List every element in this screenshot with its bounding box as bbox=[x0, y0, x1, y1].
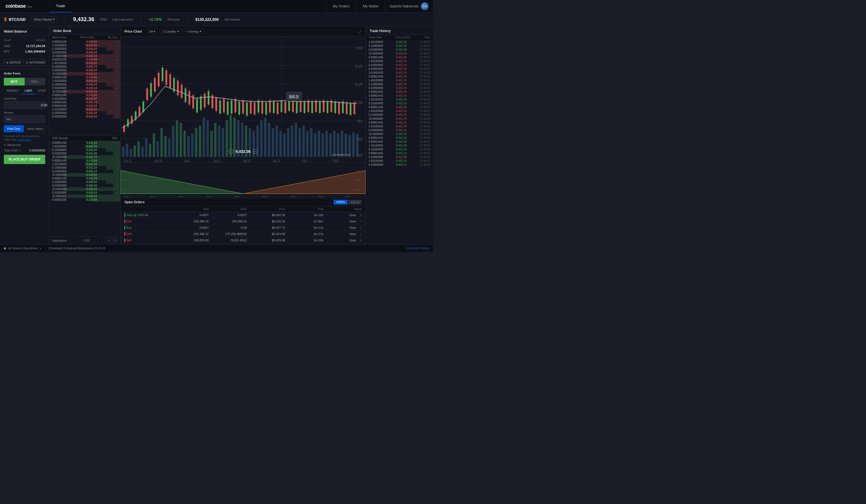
timeframe-button[interactable]: 1M ▾ bbox=[146, 29, 158, 34]
chart-panel: Price Chart 1M ▾ ⌻ Candles ▾ ≈ Overlay ▾… bbox=[121, 26, 366, 244]
main-layout: Wallet Balance Asset Amount USD 13,737,2… bbox=[0, 26, 433, 244]
th-price: 9,432.14 bbox=[396, 159, 407, 163]
withdraw-button[interactable]: ⊖ WITHDRAW bbox=[26, 59, 45, 66]
trade-history-row: 0.10000000 9,432.14 17:40:55 bbox=[366, 163, 433, 167]
candles-button[interactable]: ⌻ Candles ▾ bbox=[160, 29, 181, 34]
svg-rect-14 bbox=[153, 133, 155, 157]
learn-more-link[interactable]: Learn more bbox=[18, 138, 31, 141]
svg-text:$858: $858 bbox=[319, 195, 324, 198]
svg-rect-46 bbox=[275, 125, 278, 157]
ob-buy-row: 0.858516459,432.14- bbox=[49, 141, 120, 145]
mid-price-increase-button[interactable]: + bbox=[253, 149, 258, 154]
market-tab[interactable]: MARKET bbox=[4, 88, 22, 94]
overlay-button[interactable]: ≈ Overlay ▾ bbox=[184, 29, 204, 34]
ob-buy-row: 19.00000009,431.74- bbox=[49, 155, 120, 159]
chart-expand-button[interactable]: ⤢ bbox=[358, 29, 362, 34]
open-order-row: Buy 9.6557 8.00 $9,427.72 2m 12s Open × bbox=[121, 225, 366, 231]
th-time: 17:40:56 bbox=[420, 83, 430, 86]
nav-user-area[interactable]: Satoshi Nakamoto SN bbox=[385, 0, 433, 12]
svg-text:$400: $400 bbox=[357, 153, 363, 157]
place-order-button[interactable]: PLACE BUY ORDER bbox=[4, 155, 45, 164]
svg-text:$1,400: $1,400 bbox=[355, 64, 363, 68]
limit-tab[interactable]: LIMIT bbox=[22, 88, 35, 94]
advanced-row[interactable]: ∨ Advanced bbox=[4, 143, 45, 147]
th-time: 17:40:55 bbox=[420, 148, 430, 151]
svg-text:Feb 1: Feb 1 bbox=[302, 158, 308, 162]
svg-rect-107 bbox=[196, 99, 198, 113]
oo-col-filled: Filled bbox=[209, 208, 247, 211]
close-order-button[interactable]: × bbox=[360, 220, 362, 223]
close-order-button[interactable]: × bbox=[360, 232, 362, 236]
total-row: Total (USD) = 0.00000000 bbox=[4, 149, 45, 152]
amount-input[interactable] bbox=[14, 115, 49, 123]
ob-buy-row: 0.020000009,431.14- bbox=[49, 170, 120, 173]
trade-history-row: 0.85851645 9,432.14 17:40:55 bbox=[366, 151, 433, 155]
buy-tab[interactable]: BUY bbox=[4, 78, 25, 86]
th-price: 9,431.76 bbox=[396, 87, 407, 90]
agg-controls: − + bbox=[107, 238, 118, 243]
price-chart-area: $846.26 $1,600 $1,400 $1,200 $1,000 $800… bbox=[121, 37, 366, 162]
th-price: 9,431.76 bbox=[396, 64, 407, 67]
th-size: 0.85851645 bbox=[369, 121, 383, 124]
select-market-dropdown[interactable]: Select Market ▾ bbox=[31, 16, 57, 22]
svg-text:$854: $854 bbox=[290, 195, 296, 198]
nav-trade-button[interactable]: Trade bbox=[49, 0, 71, 12]
nav-my-wallet-button[interactable]: My Wallet bbox=[356, 0, 385, 12]
divider bbox=[65, 15, 65, 24]
sell-tab[interactable]: SELL bbox=[25, 78, 45, 86]
th-size: 0.85851645 bbox=[369, 56, 383, 59]
order-type-indicator bbox=[124, 213, 125, 217]
stop-tab[interactable]: STOP bbox=[35, 88, 49, 94]
depth-chart-area: 2.7k 1.8k 900 0 2.7 1.8k 900 0 $830 $834… bbox=[121, 162, 366, 198]
trade-history-row: 0.10000000 9,431.76 17:40:57 bbox=[366, 113, 433, 117]
nav-my-orders-button[interactable]: My Orders bbox=[326, 0, 356, 12]
trade-history-row: 0.10000000 9,431.76 17:40:57 bbox=[366, 63, 433, 67]
th-size: 0.85851645 bbox=[369, 152, 383, 155]
svg-text:2.7: 2.7 bbox=[356, 170, 359, 172]
svg-text:2.7k: 2.7k bbox=[122, 170, 126, 172]
svg-text:$850: $850 bbox=[262, 195, 268, 198]
svg-rect-159 bbox=[296, 102, 298, 113]
ob-sell-row: 19.00000009,433.04- bbox=[49, 90, 120, 93]
open-tab[interactable]: OPEN bbox=[334, 200, 347, 205]
status-chevron-icon[interactable]: ▾ bbox=[40, 247, 41, 250]
overlay-icon: ≈ bbox=[186, 30, 188, 33]
spread-label: USD Spread bbox=[52, 137, 67, 140]
agg-decrease-button[interactable]: − bbox=[107, 238, 112, 243]
th-time: 17:40:57 bbox=[420, 67, 430, 70]
close-order-button[interactable]: × bbox=[360, 226, 362, 229]
trade-history-row: 1.45100000 9,431.76 17:40:56 bbox=[366, 124, 433, 128]
order-status: Open bbox=[349, 239, 356, 242]
th-price: 9,431.76 bbox=[396, 110, 407, 113]
trade-history-panel: Trade History Trade Size Price (USD) Tim… bbox=[366, 26, 433, 244]
oo-cell-type: Buy bbox=[124, 226, 170, 229]
svg-rect-139 bbox=[258, 101, 259, 113]
close-order-button[interactable]: × bbox=[360, 213, 362, 217]
th-size: 0.02000000 bbox=[369, 67, 383, 70]
candles-icon: ⌻ bbox=[163, 30, 164, 33]
post-only-button[interactable]: Post Only bbox=[4, 125, 24, 132]
chevron-right-icon: ∨ bbox=[4, 143, 6, 147]
th-time: 17:40:57 bbox=[420, 52, 430, 55]
mid-price-decrease-button[interactable]: − bbox=[229, 149, 233, 154]
th-time: 17:40:57 bbox=[420, 64, 430, 67]
svg-rect-13 bbox=[149, 144, 151, 157]
gdax-status-link[interactable]: View GDAX Status bbox=[406, 247, 429, 250]
agg-increase-button[interactable]: + bbox=[113, 238, 118, 243]
deposit-button[interactable]: ⊕ DEPOSIT bbox=[4, 59, 24, 66]
svg-rect-17 bbox=[164, 136, 167, 157]
ob-sell-row: 0.858516459,432.94- bbox=[49, 93, 120, 97]
th-price: 9,432.10 bbox=[396, 52, 407, 55]
th-col-trade-size: Trade Size bbox=[369, 36, 382, 39]
trade-history-row: 0.85851645 9,432.18 17:40:55 bbox=[366, 140, 433, 144]
svg-text:$800: $800 bbox=[357, 119, 363, 123]
svg-rect-119 bbox=[219, 101, 221, 114]
buy-sell-tabs: BUY SELL bbox=[4, 78, 45, 86]
limit-price-input[interactable] bbox=[4, 102, 49, 109]
withdraw-icon: ⊖ bbox=[26, 61, 28, 64]
fills-tab[interactable]: FILLS bbox=[348, 200, 362, 205]
wallet-row-btc: BTC 1,456.3994684 bbox=[0, 49, 49, 54]
svg-rect-163 bbox=[304, 102, 305, 113]
allow-maker-button[interactable]: Allow Maker bbox=[25, 125, 45, 132]
close-order-button[interactable]: × bbox=[360, 238, 362, 242]
